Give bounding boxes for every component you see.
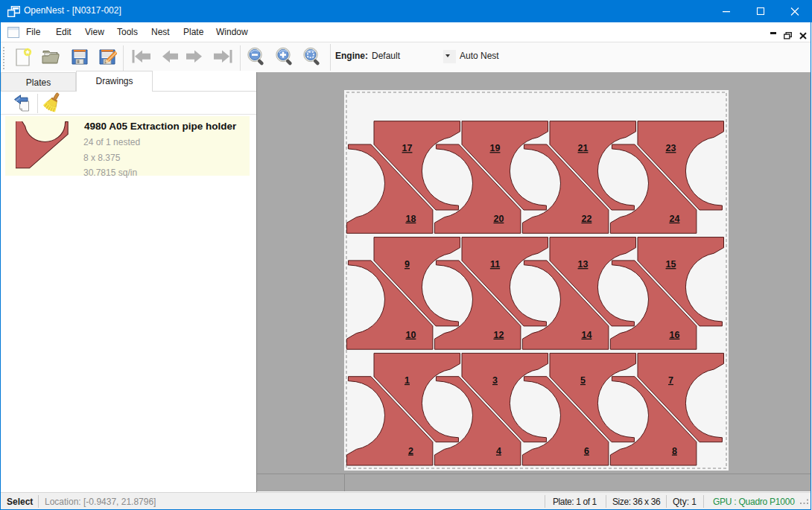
svg-text:12: 12 <box>493 329 504 340</box>
svg-text:10: 10 <box>405 329 416 340</box>
svg-text:21: 21 <box>577 143 588 153</box>
svg-text:15: 15 <box>665 259 676 270</box>
svg-text:4: 4 <box>495 445 501 456</box>
svg-text:5: 5 <box>580 374 586 385</box>
svg-text:17: 17 <box>402 143 412 153</box>
svg-text:11: 11 <box>489 259 499 270</box>
svg-text:18: 18 <box>405 213 416 223</box>
svg-text:22: 22 <box>581 213 591 223</box>
svg-text:20: 20 <box>493 213 504 223</box>
svg-text:23: 23 <box>665 143 676 153</box>
svg-text:19: 19 <box>489 143 500 153</box>
svg-text:9: 9 <box>405 259 410 270</box>
svg-text:3: 3 <box>492 374 498 385</box>
svg-text:16: 16 <box>669 329 679 340</box>
svg-text:6: 6 <box>583 445 589 456</box>
svg-text:1: 1 <box>405 374 410 385</box>
svg-text:2: 2 <box>407 445 413 456</box>
svg-text:7: 7 <box>668 374 673 385</box>
svg-text:14: 14 <box>581 329 591 340</box>
svg-text:24: 24 <box>669 213 679 223</box>
svg-text:8: 8 <box>671 445 676 456</box>
svg-text:13: 13 <box>577 259 588 270</box>
